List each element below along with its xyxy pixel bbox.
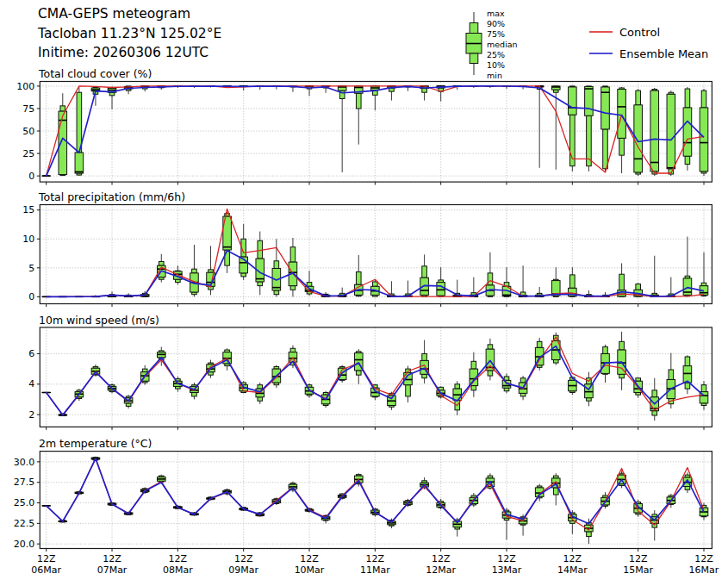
panel-title-precipitation: Total precipitation (mm/6h): [38, 190, 185, 203]
y-tick-label-precipitation: 0: [28, 291, 34, 302]
box-25-75: [569, 87, 577, 115]
x-tick-label-day: 06Mar: [31, 564, 61, 576]
y-tick-label-cloud-cover: 100: [16, 81, 34, 92]
box-10-25: [290, 286, 296, 290]
box-75-90: [570, 275, 576, 288]
y-tick-label-precipitation: 10: [22, 234, 34, 245]
box-75-90: [290, 348, 296, 352]
box-75-90: [488, 345, 493, 349]
y-tick-label-cloud-cover: 50: [22, 126, 34, 137]
header: CMA-GEPS meteogram Tacloban 11.23°N 125.…: [37, 6, 221, 60]
box-10-25: [126, 403, 131, 407]
box-75-90: [636, 378, 641, 382]
box-75-90: [701, 90, 706, 108]
x-tick-label-day: 08Mar: [163, 564, 193, 576]
box-10-25: [356, 371, 361, 375]
y-tick-label-temperature: 27.5: [14, 477, 35, 488]
panel-title-temperature: 2m temperature (°C): [39, 437, 152, 450]
x-tick-label-hour: 12Z: [169, 553, 188, 564]
x-tick-label-day: 12Mar: [426, 564, 456, 576]
box-75-90: [471, 361, 476, 369]
box-10-25: [406, 385, 411, 396]
x-tick-label-hour: 12Z: [563, 553, 582, 564]
box-10-25: [504, 388, 509, 391]
legend-label-min: min: [487, 71, 502, 80]
x-tick-label-day: 09Mar: [228, 564, 258, 576]
x-tick-label-hour: 12Z: [432, 553, 451, 564]
panel-border-cloud-cover: [40, 82, 712, 183]
box-25-75: [585, 384, 594, 398]
box-75-90: [274, 261, 279, 269]
legend-label-median: median: [487, 40, 518, 49]
panel-border-temperature: [40, 452, 712, 549]
box-75-90: [669, 370, 674, 379]
box-75-90: [422, 353, 427, 360]
box-75-90: [192, 269, 197, 273]
x-tick-label-day: 15Mar: [623, 564, 653, 576]
plot-layer: 025507510005101524620.022.525.027.530.01…: [14, 81, 719, 576]
box-10-25: [274, 290, 279, 295]
y-tick-label-temperature: 30.0: [14, 457, 35, 468]
y-tick-label-wind-speed: 4: [28, 378, 34, 390]
x-tick-label-day: 16Mar: [689, 564, 719, 576]
x-tick-label-day: 13Mar: [492, 564, 522, 576]
init-time: Initime: 20260306 12UTC: [38, 45, 208, 60]
y-tick-label-wind-speed: 6: [28, 348, 34, 359]
x-tick-label-hour: 12Z: [366, 553, 385, 564]
box-25-75: [601, 87, 610, 129]
panel-title-cloud-cover: Total cloud cover (%): [38, 67, 152, 80]
line-legend: Control Ensemble Mean: [589, 26, 708, 60]
box-75-90: [208, 270, 214, 272]
box-25-75: [634, 105, 643, 172]
box-75-90: [159, 261, 164, 265]
meteogram-figure: CMA-GEPS meteogram Tacloban 11.23°N 125.…: [0, 0, 728, 586]
box-25-75: [683, 108, 692, 156]
x-tick-label-hour: 12Z: [694, 553, 713, 564]
box-75-90: [685, 89, 690, 108]
box-75-90: [488, 273, 493, 285]
box-10-25: [176, 279, 181, 282]
legend-box-25-10: [470, 53, 478, 64]
box-25-75: [618, 90, 626, 139]
box-25-75: [700, 108, 708, 171]
box-10-25: [652, 411, 657, 415]
box-75-90: [373, 282, 378, 286]
panel-title-wind-speed: 10m wind speed (m/s): [39, 314, 159, 327]
box-75-90: [652, 390, 657, 397]
y-tick-label-wind-speed: 2: [28, 409, 34, 421]
y-tick-label-temperature: 25.0: [14, 497, 35, 508]
box-10-25: [685, 486, 690, 489]
control-legend-label: Control: [619, 26, 660, 39]
box-10-25: [422, 374, 427, 377]
box-75-90: [290, 247, 296, 262]
box-75-90: [619, 274, 625, 290]
box-75-90: [504, 377, 509, 380]
x-tick-label-hour: 12Z: [37, 553, 56, 564]
boxplot-legend: max 90% 75% median 25% 10% min: [466, 9, 518, 80]
box-75-90: [520, 378, 526, 383]
box-75-90: [455, 384, 460, 389]
box-75-90: [701, 283, 706, 285]
box-75-90: [422, 266, 427, 277]
box-25-75: [650, 90, 659, 171]
box-10-25: [258, 397, 263, 401]
y-tick-label-temperature: 20.0: [14, 539, 35, 550]
page-title: CMA-GEPS meteogram: [38, 6, 190, 22]
box-10-25: [109, 92, 115, 96]
box-75-90: [307, 283, 312, 287]
box-75-90: [685, 357, 690, 366]
box-75-90: [701, 385, 706, 392]
box-10-25: [619, 374, 625, 377]
y-tick-label-precipitation: 5: [28, 263, 34, 274]
x-tick-label-day: 10Mar: [295, 564, 325, 576]
box-10-25: [356, 93, 361, 109]
box-25-75: [683, 366, 692, 383]
legend-label-25: 25%: [487, 50, 505, 59]
ensemble-mean-legend-label: Ensemble Mean: [619, 47, 708, 60]
x-tick-label-day: 11Mar: [360, 564, 390, 576]
box-75-90: [142, 369, 147, 372]
y-tick-label-temperature: 22.5: [14, 518, 35, 529]
box-25-75: [585, 86, 594, 115]
box-10-25: [488, 371, 493, 376]
box-10-25: [520, 393, 526, 396]
